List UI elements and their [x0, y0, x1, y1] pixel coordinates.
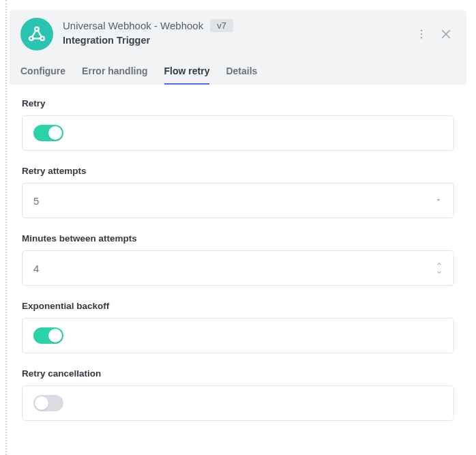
retry-toggle[interactable] [33, 125, 63, 141]
tabs: Configure Error handling Flow retry Deta… [10, 50, 466, 85]
panel-subtitle: Integration Trigger [63, 35, 402, 46]
svg-point-3 [421, 30, 422, 31]
more-button[interactable] [412, 25, 431, 44]
tab-content: Retry Retry attempts 5 Minutes between a… [10, 85, 466, 437]
exponential-backoff-box [22, 318, 454, 353]
webhook-icon [27, 24, 47, 44]
retry-box [22, 115, 454, 151]
close-button[interactable] [436, 25, 456, 44]
minutes-between-value: 4 [33, 263, 436, 274]
retry-label: Retry [22, 98, 454, 108]
svg-point-4 [421, 33, 422, 35]
left-dotted-guide [5, 0, 7, 455]
tab-details[interactable]: Details [226, 65, 257, 85]
svg-point-5 [421, 37, 422, 38]
tab-flow-retry[interactable]: Flow retry [164, 65, 210, 85]
retry-attempts-label: Retry attempts [22, 166, 454, 176]
tab-error-handling[interactable]: Error handling [82, 65, 147, 85]
quantity-stepper [436, 261, 443, 276]
panel-title: Universal Webhook - Webhook [63, 20, 203, 31]
version-badge: v7 [210, 19, 233, 32]
step-down-button[interactable] [436, 269, 443, 276]
chevron-up-icon [436, 261, 443, 267]
header-text: Universal Webhook - Webhook v7 Integrati… [63, 18, 402, 46]
field-retry-cancellation: Retry cancellation [22, 368, 454, 421]
settings-panel: Universal Webhook - Webhook v7 Integrati… [10, 10, 466, 437]
field-exponential-backoff: Exponential backoff [22, 301, 454, 353]
minutes-between-label: Minutes between attempts [22, 233, 454, 244]
chevron-down-icon [436, 269, 443, 276]
webhook-avatar [20, 18, 53, 50]
minutes-between-input[interactable]: 4 [22, 250, 454, 286]
chevron-down-icon [434, 194, 443, 207]
exponential-backoff-toggle[interactable] [33, 327, 63, 344]
more-vertical-icon [415, 28, 428, 40]
retry-cancellation-label: Retry cancellation [22, 368, 454, 379]
step-up-button[interactable] [436, 261, 443, 267]
header-actions [412, 18, 456, 44]
close-icon [440, 28, 452, 40]
tab-configure[interactable]: Configure [20, 65, 65, 85]
retry-attempts-value: 5 [33, 195, 434, 207]
field-retry: Retry [22, 98, 454, 151]
field-retry-attempts: Retry attempts 5 [22, 166, 454, 218]
exponential-backoff-label: Exponential backoff [22, 301, 454, 311]
retry-cancellation-box [22, 385, 454, 421]
field-minutes-between: Minutes between attempts 4 [22, 233, 454, 286]
retry-attempts-select[interactable]: 5 [22, 183, 454, 218]
panel-header: Universal Webhook - Webhook v7 Integrati… [10, 10, 466, 50]
retry-cancellation-toggle[interactable] [33, 395, 63, 411]
